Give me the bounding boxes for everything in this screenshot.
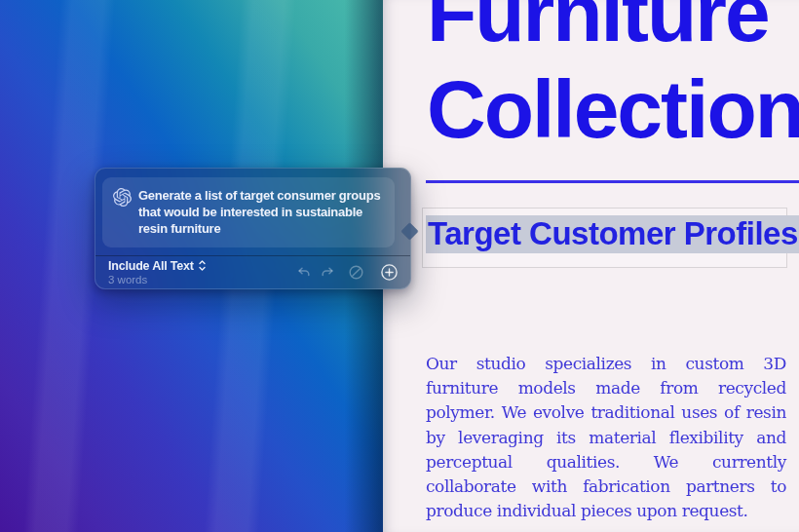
section-heading-text: Target Customer Profiles: [428, 215, 798, 251]
word-count-label: 3 words: [108, 274, 207, 286]
document-title[interactable]: FurnitureCollection: [427, 0, 799, 158]
add-button[interactable]: [380, 263, 399, 282]
openai-logo-icon: [113, 188, 132, 207]
title-line-2: Collection: [427, 63, 799, 155]
section-heading[interactable]: Target Customer Profiles¶: [426, 215, 799, 252]
updown-chevron-icon: [198, 259, 207, 272]
writing-tools-popup: Generate a list of target consumer group…: [95, 168, 411, 289]
prompt-bubble[interactable]: Generate a list of target consumer group…: [102, 177, 395, 247]
popup-action-icons: [296, 263, 399, 282]
section-heading-box[interactable]: Target Customer Profiles¶: [422, 208, 787, 268]
popup-footer: Include All Text 3 words: [95, 255, 410, 290]
body-paragraph[interactable]: Our studio specializes in custom 3D furn…: [426, 352, 786, 523]
document-panel[interactable]: FurnitureCollection Target Customer Prof…: [383, 0, 799, 532]
undo-icon: [296, 265, 312, 281]
scope-selector[interactable]: Include All Text 3 words: [108, 259, 207, 286]
section-divider-rule: [426, 180, 799, 183]
add-plus-icon: [380, 263, 399, 282]
screen: FurnitureCollection Target Customer Prof…: [0, 0, 799, 532]
redo-button[interactable]: [320, 265, 335, 281]
prompt-text: Generate a list of target consumer group…: [138, 187, 387, 237]
redo-icon: [320, 265, 335, 281]
scope-selector-label: Include All Text: [108, 259, 194, 273]
title-line-1: Furniture: [427, 0, 769, 58]
undo-button[interactable]: [296, 265, 312, 281]
stop-slash-icon: [348, 264, 364, 281]
stop-button[interactable]: [348, 264, 364, 281]
text-selection-highlight: Target Customer Profiles¶: [426, 215, 799, 253]
